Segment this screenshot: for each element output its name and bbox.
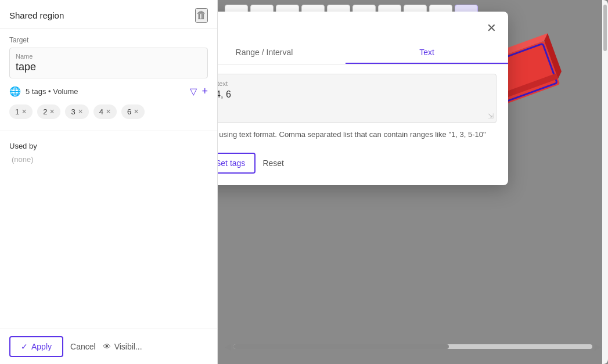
used-by-label: Used by [9, 142, 208, 150]
dialog-tabs: Range / Interval Text [218, 42, 508, 64]
tag-remove-3[interactable]: ✕ [78, 108, 83, 116]
delete-button[interactable]: 🗑 [195, 8, 208, 23]
divider-1 [0, 131, 217, 131]
set-tags-label: Set tags [218, 158, 245, 168]
globe-icon: 🌐 [9, 86, 21, 97]
add-tag-button[interactable]: + [202, 85, 208, 98]
tags-list: 1 ✕ 2 ✕ 3 ✕ 4 ✕ 6 ✕ [0, 101, 217, 126]
tag-number-4: 4 [99, 107, 103, 116]
tags-row: 🌐 5 tags • Volume ▽ + [0, 78, 217, 101]
tag-chip-1: 1 ✕ [9, 104, 33, 119]
tag-number-2: 2 [43, 107, 47, 116]
name-field: Name tape [9, 48, 208, 78]
scroll-thumb [233, 344, 449, 349]
hint-text: Pick using text format. Comma separated … [218, 130, 486, 139]
apply-label: Apply [31, 342, 52, 351]
tag-chip-4: 4 ✕ [93, 104, 117, 119]
tab-range-interval[interactable]: Range / Interval [218, 42, 346, 64]
tag-remove-6[interactable]: ✕ [134, 108, 139, 116]
resize-handle: ⇲ [488, 112, 494, 120]
dialog-actions: ✓ Set tags Reset [218, 153, 497, 176]
tag-number-3: 3 [71, 107, 75, 116]
tag-remove-2[interactable]: ✕ [49, 108, 55, 116]
reset-button[interactable]: Reset [262, 158, 284, 168]
tab-text[interactable]: Text [346, 42, 508, 64]
target-label: Target [9, 36, 208, 44]
eye-icon: 👁 [103, 342, 111, 351]
tag-number-1: 1 [15, 107, 19, 116]
tags-textarea-label: Tags text [218, 80, 489, 87]
tag-chip-3: 3 ✕ [65, 104, 88, 119]
none-value: (none) [9, 155, 208, 164]
filter-icon[interactable]: ▽ [190, 86, 197, 97]
used-by-section: Used by (none) [0, 136, 217, 170]
main-area: Filter ✕ Range / Interval Text Tags text… [218, 0, 608, 364]
scroll-right-button[interactable]: ▶ [595, 342, 601, 351]
filter-dialog: Filter ✕ Range / Interval Text Tags text… [218, 12, 508, 185]
tag-remove-1[interactable]: ✕ [21, 108, 27, 116]
target-section: Target Name tape [0, 29, 217, 78]
tags-textarea[interactable] [218, 89, 489, 115]
tags-textarea-wrap: Tags text ⇲ [218, 74, 497, 123]
name-value: tape [16, 61, 202, 73]
tags-count: 5 tags • Volume [26, 87, 78, 96]
visibility-label: Visibil... [114, 342, 142, 351]
dialog-header: Filter ✕ [218, 12, 508, 42]
dialog-body: Tags text ⇲ ℹ Pick using text format. Co… [218, 64, 508, 185]
check-icon: ✓ [21, 342, 28, 351]
visibility-button[interactable]: 👁 Visibil... [103, 342, 142, 351]
scroll-track [233, 344, 592, 349]
bottom-bar: ✓ Apply Cancel 👁 Visibil... [0, 329, 217, 364]
dialog-overlay: Filter ✕ Range / Interval Text Tags text… [218, 0, 608, 364]
panel-title: Shared region [9, 10, 64, 20]
tag-remove-4[interactable]: ✕ [106, 108, 111, 116]
name-label: Name [16, 53, 202, 60]
dialog-close-button[interactable]: ✕ [487, 21, 497, 35]
tag-number-6: 6 [127, 107, 131, 116]
set-tags-button[interactable]: ✓ Set tags [218, 153, 256, 174]
hint-row: ℹ Pick using text format. Comma separate… [218, 130, 497, 141]
cancel-button[interactable]: Cancel [70, 342, 96, 351]
apply-button[interactable]: ✓ Apply [9, 336, 63, 357]
tag-chip-6: 6 ✕ [121, 104, 145, 119]
left-panel: Shared region 🗑 Target Name tape 🌐 5 tag… [0, 0, 218, 364]
panel-header: Shared region 🗑 [0, 0, 217, 29]
horizontal-scroll-bar: ◀ ▶ [218, 342, 608, 351]
tag-chip-2: 2 ✕ [37, 104, 60, 119]
scroll-left-button[interactable]: ◀ [225, 342, 231, 351]
